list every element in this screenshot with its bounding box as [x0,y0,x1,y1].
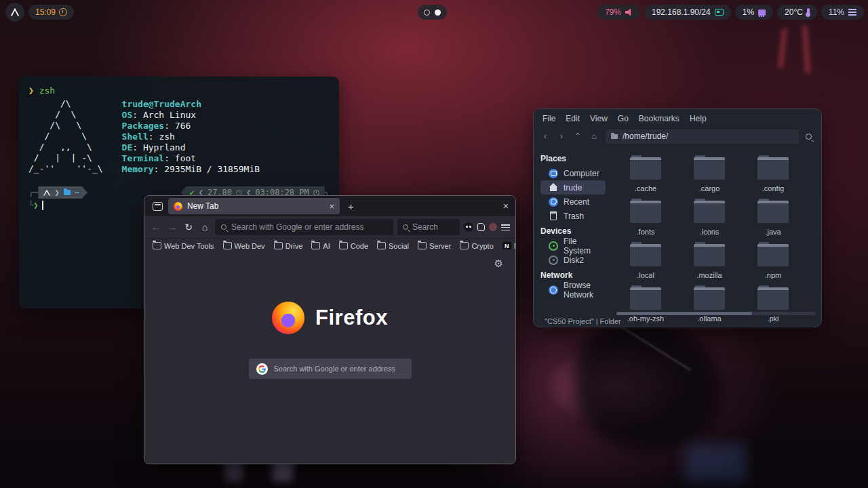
input-chevron: ❯ [33,201,38,210]
reload-button[interactable]: ↻ [182,222,195,232]
arch-ascii-logo: /\ / \ /\ \ / \ / ,, \ / | | -\ /_-'' ''… [28,98,103,175]
section-title: Places [540,154,606,163]
fetch-field: OS: Arch Linux [122,110,260,121]
sidebar-item[interactable]: trude [540,180,606,195]
google-icon [256,363,268,375]
folder-item[interactable]: .cargo [677,153,741,197]
sidebar-item[interactable]: Recent [540,195,606,209]
path-bar[interactable]: /home/trude/ [606,129,799,144]
tab-close-button[interactable]: × [329,201,334,211]
home-button[interactable]: ⌂ [589,131,599,141]
menu-item[interactable]: Go [618,114,629,123]
sidebar-item[interactable]: Browse Network [540,283,606,297]
sidebar-item-icon [549,183,558,192]
firefox-favicon [174,202,182,211]
folder-item[interactable]: .config [741,153,805,197]
folder-icon [694,287,725,310]
back-button[interactable]: ‹ [540,131,550,141]
status-widget[interactable]: 79% [597,5,640,20]
back-button[interactable]: ← [150,222,162,232]
search-icon[interactable] [806,134,812,140]
folder-icon [694,244,725,266]
folder-name: .icons [700,228,719,236]
folder-item[interactable]: .fonts [614,197,677,240]
menu-item[interactable]: File [542,114,555,123]
prompt-chevron: ❯ [54,188,59,197]
file-list-view[interactable]: .cache .cargo .config .fonts .icons [608,146,821,327]
fetch-output: /\ / \ /\ \ / \ / ,, \ / | | -\ /_-'' ''… [28,98,330,175]
bookmark-item[interactable]: Crypto [460,242,493,250]
folder-item[interactable]: .java [741,197,805,240]
bookmark-icon [153,242,161,249]
section-title: Devices [540,226,606,236]
folder-item[interactable]: .icons [677,197,741,240]
sidebar-item[interactable]: Computer [540,166,606,180]
bookmark-item[interactable]: AI [311,242,330,250]
tab-bar[interactable]: New Tab × + × [144,196,515,216]
status-widget[interactable]: 192.168.1.90/24 [644,5,731,20]
extension-icon[interactable] [477,223,485,231]
folder-item[interactable]: .pki [741,283,805,327]
folder-item[interactable]: .npm [741,240,805,283]
extension-icon[interactable] [464,222,473,232]
bookmark-item[interactable]: Social [377,242,409,250]
prompt-frame-top: ╭─ [28,188,38,197]
fetch-info: trude@TrudeArch OS: Arch Linux Packages:… [122,99,260,175]
workspace-switcher[interactable] [418,5,447,20]
menu-item[interactable]: View [590,114,608,123]
fetch-field: DE: Hyprland [122,142,260,153]
search-placeholder: Search [412,222,438,232]
bookmark-item[interactable]: Code [339,242,368,250]
navigation-toolbar: ← → ↻ ⌂ Search with Google or enter addr… [144,216,515,238]
folder-item[interactable]: .mozilla [677,240,741,283]
url-bar[interactable]: Search with Google or enter address [215,219,393,235]
firefox-view-icon[interactable] [153,202,163,211]
newtab-search-bar[interactable]: Search with Google or enter address [249,359,412,379]
menu-item[interactable]: Help [690,114,707,123]
clock-widget[interactable]: 15:09 [28,5,74,20]
folder-item[interactable]: .local [614,240,677,283]
folder-name: .config [762,184,784,192]
status-widget[interactable]: 20°C [777,5,817,20]
sidebar-item[interactable]: File System [540,239,606,253]
terminal-run-line: ❯ zsh [28,85,330,96]
bookmark-icon [418,242,427,249]
folder-icon [757,287,789,310]
list-icon [848,9,856,16]
folder-item[interactable]: .cache [614,153,677,197]
sidebar-item[interactable]: Trash [540,209,606,223]
home-button[interactable]: ⌂ [199,222,211,232]
up-button[interactable]: ⌃ [573,131,583,141]
bookmark-item[interactable]: Web Dev [223,242,265,250]
search-box[interactable]: Search [397,219,460,235]
bookmark-item[interactable]: Server [418,242,451,250]
forward-button[interactable]: › [557,131,566,141]
window-close-button[interactable]: × [503,201,509,211]
personalize-gear-icon[interactable]: ⚙ [494,258,503,270]
extension-icon[interactable] [489,223,497,231]
sidebar-item-icon [549,241,558,251]
workspace-dot[interactable] [424,9,430,16]
launcher-button[interactable] [5,3,24,22]
tab-new-tab[interactable]: New Tab × [168,198,340,214]
status-value: 20°C [785,7,803,17]
folder-icon [611,134,618,139]
bookmark-item[interactable]: Drive [274,242,303,250]
status-widget[interactable]: 1% [735,5,773,20]
status-bar-text: "CS50 Project" | Folder [540,317,625,326]
menu-item[interactable]: Bookmarks [639,114,679,123]
new-tab-button[interactable]: + [345,201,357,212]
folder-name: .local [637,271,654,279]
status-bar: 15:09 79% 192.168.1.90/24 1% 20°C 11% [0,0,868,24]
folder-item[interactable]: .ollama [677,283,741,327]
horizontal-scrollbar[interactable] [616,312,816,315]
menu-item[interactable]: Edit [566,114,580,123]
status-widget[interactable]: 11% [821,5,864,20]
forward-button[interactable]: → [166,222,178,232]
folder-icon [757,201,789,223]
menu-icon[interactable] [501,224,510,230]
bookmark-item[interactable]: N Notion [502,242,516,250]
bookmark-item[interactable]: Web Dev Tools [153,242,214,250]
scrollbar-thumb[interactable] [616,312,752,315]
workspace-dot[interactable] [435,9,441,16]
